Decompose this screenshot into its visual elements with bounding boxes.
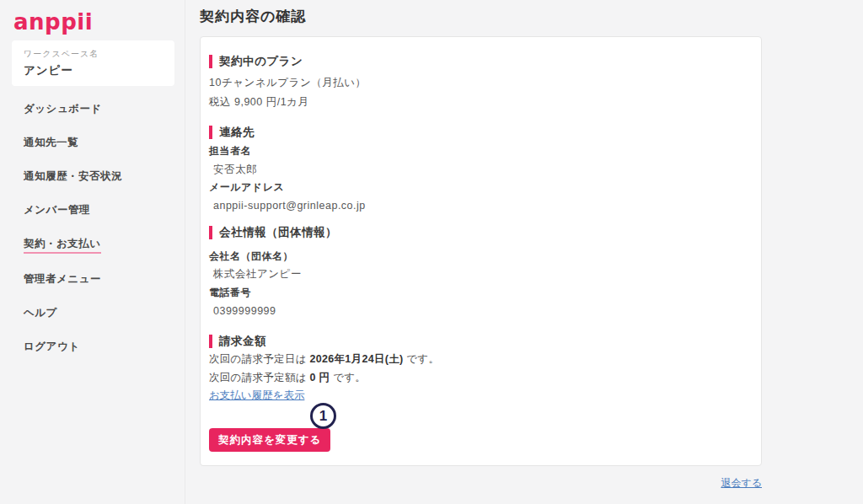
billing-amount-value: 0 円 [310,372,330,383]
sidebar-item-admin-menu[interactable]: 管理者メニュー [24,274,185,287]
contact-email-value: anppii-support@grinleap.co.jp [209,201,749,212]
billing-next-amount-line: 次回の請求予定額は 0 円 です。 [209,373,749,383]
sidebar-item-contract-payment[interactable]: 契約・お支払い [24,239,185,254]
company-name-label: 会社名（団体名） [209,251,749,262]
withdraw-link[interactable]: 退会する [721,478,762,489]
sidebar-item-label: 管理者メニュー [24,274,101,287]
sidebar-item-member-management[interactable]: メンバー管理 [24,205,185,218]
sidebar-item-notification-history[interactable]: 通知履歴・安否状況 [24,171,185,185]
plan-heading: 契約中のプラン [209,55,749,68]
payment-history-link[interactable]: お支払い履歴を表示 [209,390,304,401]
workspace-label: ワークスペース名 [24,49,163,59]
billing-amount-prefix: 次回の請求予定額は [209,372,310,383]
billing-date-suffix: です。 [403,353,439,365]
company-phone-label: 電話番号 [209,287,749,298]
annotation-circle-1: 1 [310,403,336,429]
billing-amount-suffix: です。 [330,372,366,383]
section-contact: 連絡先 担当者名 安否太郎 メールアドレス anppii-support@gri… [209,126,749,212]
billing-date-value: 2026年1月24日(土) [310,353,404,365]
page-title: 契約内容の確認 [200,8,762,25]
section-plan: 契約中のプラン 10チャンネルプラン（月払い） 税込 9,900 円/1カ月 [209,55,749,108]
sidebar-item-label: メンバー管理 [24,205,90,218]
company-name-value: 株式会社アンピー [209,269,749,280]
sidebar-item-label: 通知先一覧 [24,137,78,151]
withdraw-row: 退会する [200,475,762,490]
sidebar-item-notification-list[interactable]: 通知先一覧 [24,137,185,151]
sidebar-item-dashboard[interactable]: ダッシュボード [24,104,185,117]
billing-date-prefix: 次回の請求予定日は [209,353,310,365]
brand-logo[interactable]: anppii [13,10,93,34]
contact-person-label: 担当者名 [209,146,749,157]
annotation-number: 1 [319,408,327,425]
billing-next-date-line: 次回の請求予定日は 2026年1月24日(土) です。 [209,354,749,365]
workspace-name: アンピー [24,64,163,77]
sidebar-item-label: ログアウト [24,341,79,355]
plan-price: 税込 9,900 円/1カ月 [209,97,749,108]
sidebar: anppii ワークスペース名 アンピー ダッシュボード 通知先一覧 通知履歴・… [0,0,185,504]
workspace-box: ワークスペース名 アンピー [12,40,174,86]
contact-email-label: メールアドレス [209,182,749,193]
section-billing: 請求金額 次回の請求予定日は 2026年1月24日(土) です。 次回の請求予定… [209,335,749,402]
contact-heading: 連絡先 [209,126,749,139]
sidebar-item-help[interactable]: ヘルプ [24,308,185,321]
company-heading: 会社情報（団体情報） [209,226,749,239]
sidebar-nav: ダッシュボード 通知先一覧 通知履歴・安否状況 メンバー管理 契約・お支払い 管… [13,104,185,355]
sidebar-item-label: 通知履歴・安否状況 [24,171,122,185]
sidebar-item-logout[interactable]: ログアウト [24,341,185,355]
contract-card: 契約中のプラン 10チャンネルプラン（月払い） 税込 9,900 円/1カ月 連… [200,36,762,466]
section-company: 会社情報（団体情報） 会社名（団体名） 株式会社アンピー 電話番号 039999… [209,226,749,317]
billing-heading: 請求金額 [209,335,749,348]
sidebar-item-label: 契約・お支払い [24,239,101,254]
contact-person-value: 安否太郎 [209,164,749,175]
main-content: 契約内容の確認 契約中のプラン 10チャンネルプラン（月払い） 税込 9,900… [200,8,762,490]
plan-name: 10チャンネルプラン（月払い） [209,78,749,88]
company-phone-value: 0399999999 [209,306,749,317]
sidebar-item-label: ダッシュボード [24,104,102,117]
change-contract-button[interactable]: 契約内容を変更する [209,428,330,452]
sidebar-item-label: ヘルプ [24,308,57,321]
